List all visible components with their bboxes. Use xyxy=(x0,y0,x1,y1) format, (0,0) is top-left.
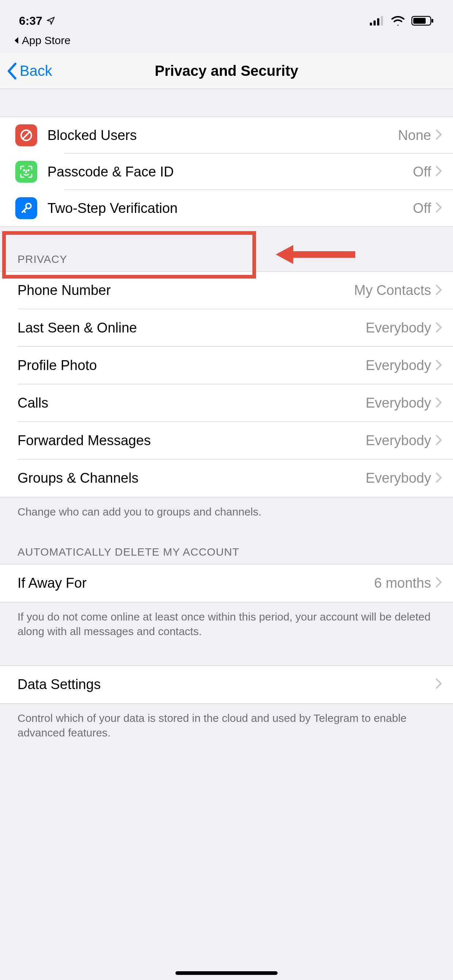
page-title: Privacy and Security xyxy=(0,63,453,79)
svg-rect-6 xyxy=(431,19,433,22)
passcode-faceid-row[interactable]: Passcode & Face ID Off xyxy=(0,153,453,190)
blocked-users-row[interactable]: Blocked Users None xyxy=(0,117,453,153)
data-settings-row[interactable]: Data Settings xyxy=(0,666,453,703)
profile-photo-value: Everybody xyxy=(365,358,431,373)
chevron-right-icon xyxy=(435,434,442,447)
chevron-right-icon xyxy=(435,322,442,334)
home-indicator[interactable] xyxy=(175,971,278,975)
location-arrow-icon xyxy=(46,16,56,25)
last-seen-row[interactable]: Last Seen & Online Everybody xyxy=(0,309,453,347)
privacy-group: Phone Number My Contacts Last Seen & Onl… xyxy=(0,271,453,497)
blocked-users-label: Blocked Users xyxy=(48,127,398,143)
chevron-right-icon xyxy=(435,285,442,297)
if-away-for-row[interactable]: If Away For 6 months xyxy=(0,565,453,602)
groups-channels-row[interactable]: Groups & Channels Everybody xyxy=(0,460,453,497)
annotation-arrow-icon xyxy=(276,245,355,264)
chevron-right-icon xyxy=(435,165,442,178)
back-to-app-label: App Store xyxy=(22,34,70,47)
chevron-right-icon xyxy=(435,360,442,372)
chevron-right-icon xyxy=(435,678,442,690)
data-settings-footer: Control which of your data is stored in … xyxy=(0,704,453,740)
data-settings-label: Data Settings xyxy=(18,677,435,692)
security-group: Blocked Users None Passcode & Face ID Of… xyxy=(0,117,453,227)
svg-point-9 xyxy=(24,170,25,171)
passcode-faceid-label: Passcode & Face ID xyxy=(48,164,413,180)
passcode-faceid-value: Off xyxy=(413,164,431,180)
svg-rect-2 xyxy=(377,18,379,25)
two-step-verification-value: Off xyxy=(413,200,431,216)
chevron-right-icon xyxy=(435,472,442,485)
groups-channels-value: Everybody xyxy=(365,470,431,486)
back-label: Back xyxy=(20,63,52,79)
if-away-for-label: If Away For xyxy=(18,575,374,591)
svg-point-10 xyxy=(28,170,29,171)
battery-icon xyxy=(412,16,434,26)
profile-photo-row[interactable]: Profile Photo Everybody xyxy=(0,347,453,384)
phone-number-value: My Contacts xyxy=(354,283,431,298)
if-away-for-value: 6 months xyxy=(374,575,431,591)
svg-rect-5 xyxy=(413,18,426,24)
last-seen-label: Last Seen & Online xyxy=(18,320,365,336)
chevron-left-icon xyxy=(6,62,18,80)
calls-value: Everybody xyxy=(365,395,431,411)
auto-delete-header: AUTOMATICALLY DELETE MY ACCOUNT xyxy=(0,520,453,564)
blocked-icon xyxy=(15,124,37,146)
auto-delete-group: If Away For 6 months xyxy=(0,564,453,602)
profile-photo-label: Profile Photo xyxy=(18,358,365,373)
status-bar: 6:37 xyxy=(0,0,453,33)
status-time: 6:37 xyxy=(19,14,42,28)
svg-rect-0 xyxy=(370,22,372,25)
groups-channels-label: Groups & Channels xyxy=(18,470,365,486)
calls-label: Calls xyxy=(18,395,365,411)
svg-line-8 xyxy=(22,132,30,139)
blocked-users-value: None xyxy=(398,127,431,143)
svg-rect-1 xyxy=(373,21,376,25)
phone-number-row[interactable]: Phone Number My Contacts xyxy=(0,272,453,309)
forwarded-messages-label: Forwarded Messages xyxy=(18,433,365,449)
calls-row[interactable]: Calls Everybody xyxy=(0,384,453,422)
svg-rect-3 xyxy=(381,16,383,25)
chevron-right-icon xyxy=(435,129,442,142)
phone-number-label: Phone Number xyxy=(18,283,354,298)
two-step-verification-label: Two-Step Verification xyxy=(48,200,413,216)
last-seen-value: Everybody xyxy=(365,320,431,336)
privacy-header: PRIVACY xyxy=(0,227,453,271)
forwarded-messages-row[interactable]: Forwarded Messages Everybody xyxy=(0,422,453,460)
data-settings-group: Data Settings xyxy=(0,665,453,704)
two-step-verification-row[interactable]: Two-Step Verification Off xyxy=(0,190,453,226)
cellular-signal-icon xyxy=(370,16,384,25)
chevron-right-icon xyxy=(435,397,442,409)
back-button[interactable]: Back xyxy=(0,62,52,80)
forwarded-messages-value: Everybody xyxy=(365,433,431,449)
faceid-icon xyxy=(15,161,37,183)
back-to-app-store[interactable]: App Store xyxy=(0,33,453,53)
chevron-right-icon xyxy=(435,202,442,215)
key-icon xyxy=(15,197,37,219)
auto-delete-footer: If you do not come online at least once … xyxy=(0,602,453,639)
chevron-right-icon xyxy=(435,577,442,589)
navigation-bar: Back Privacy and Security xyxy=(0,53,453,89)
wifi-icon xyxy=(391,16,405,25)
privacy-footer: Change who can add you to groups and cha… xyxy=(0,497,453,520)
